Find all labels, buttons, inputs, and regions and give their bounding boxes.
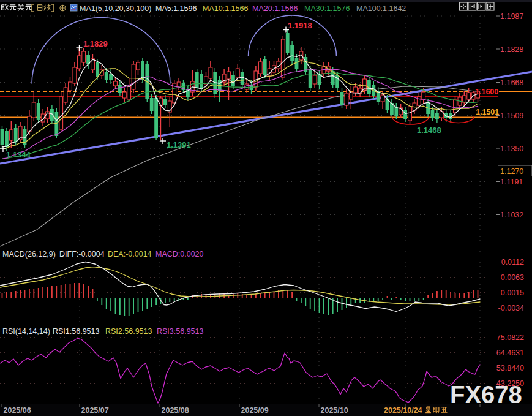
svg-text:0.0063: 0.0063 — [501, 273, 524, 282]
svg-text:RSI1:56.9513: RSI1:56.9513 — [53, 327, 99, 336]
svg-text:2025/06: 2025/06 — [4, 406, 31, 415]
svg-text:1.1270: 1.1270 — [500, 167, 523, 176]
svg-text:MA100:1.1642: MA100:1.1642 — [356, 4, 406, 13]
svg-text:2025/10: 2025/10 — [321, 406, 348, 415]
svg-text:1.1350: 1.1350 — [500, 145, 523, 153]
svg-text:1.1509: 1.1509 — [500, 112, 523, 120]
svg-text:1.1391: 1.1391 — [167, 140, 191, 149]
svg-text:0.0015: 0.0015 — [501, 289, 524, 297]
svg-text:1.1918: 1.1918 — [288, 21, 312, 30]
svg-text:-0.0034: -0.0034 — [498, 304, 524, 312]
svg-text:2025/07: 2025/07 — [81, 406, 109, 415]
svg-text:2025/10/24: 2025/10/24 — [384, 406, 422, 415]
svg-text:MA1(5,10,20,30,100): MA1(5,10,20,30,100) — [80, 4, 151, 13]
svg-text:64.4631: 64.4631 — [496, 349, 524, 357]
svg-text:53.8440: 53.8440 — [496, 364, 524, 373]
svg-text:1.1668: 1.1668 — [500, 78, 523, 87]
svg-text:RSI2:56.9513: RSI2:56.9513 — [105, 327, 152, 336]
svg-text:1.1501: 1.1501 — [476, 108, 499, 116]
svg-text:DEA:-0.0014: DEA:-0.0014 — [108, 250, 152, 259]
svg-text:1.1032: 1.1032 — [500, 211, 523, 219]
svg-text:1.1829: 1.1829 — [83, 39, 108, 48]
svg-text:1.1600: 1.1600 — [475, 88, 498, 96]
svg-text:MA30:1.1576: MA30:1.1576 — [304, 4, 350, 13]
svg-text:MACD:0.0020: MACD:0.0020 — [155, 250, 204, 259]
svg-text:MA5:1.1596: MA5:1.1596 — [155, 4, 197, 13]
svg-text:MACD(26,12,9): MACD(26,12,9) — [2, 250, 56, 259]
svg-text:1.1191: 1.1191 — [500, 178, 523, 186]
svg-text:1.1828: 1.1828 — [500, 45, 523, 54]
svg-text:MA10:1.1566: MA10:1.1566 — [203, 4, 248, 13]
svg-text:1.1344: 1.1344 — [6, 150, 31, 159]
svg-text:2025/09: 2025/09 — [241, 406, 269, 415]
svg-text:75.0822: 75.0822 — [496, 333, 524, 342]
svg-text:0.0112: 0.0112 — [501, 258, 524, 267]
svg-text:MA20:1.1566: MA20:1.1566 — [252, 4, 298, 13]
svg-text:RSI(14,14,14): RSI(14,14,14) — [2, 327, 50, 336]
svg-text:1.1987: 1.1987 — [500, 12, 523, 21]
svg-text:RSI3:56.9513: RSI3:56.9513 — [157, 327, 203, 336]
svg-text:DIFF:-0.0004: DIFF:-0.0004 — [59, 250, 105, 259]
svg-text:2025/08: 2025/08 — [162, 406, 189, 415]
svg-text:1.1468: 1.1468 — [417, 126, 441, 135]
